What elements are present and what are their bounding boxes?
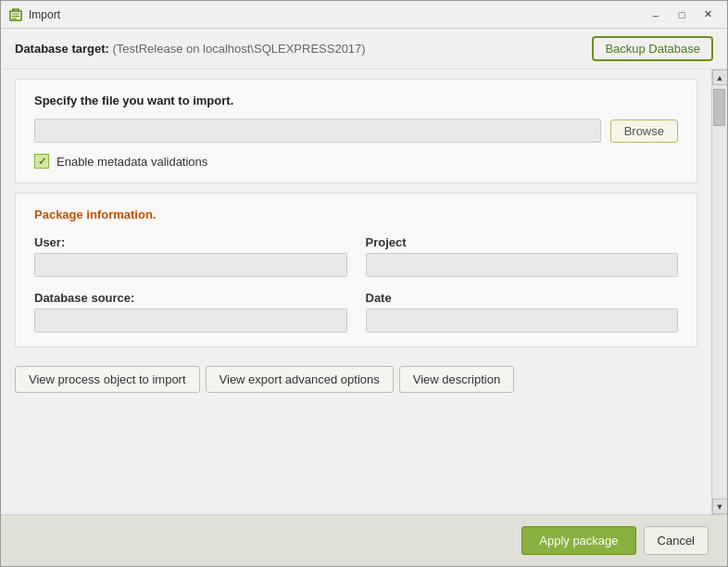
db-source-input[interactable]: [34, 309, 347, 333]
action-buttons-row: View process object to import View expor…: [15, 357, 697, 402]
close-button[interactable]: ✕: [696, 6, 720, 24]
file-row: Browse: [34, 119, 678, 143]
file-import-card: Specify the file you want to import. Bro…: [15, 79, 697, 183]
date-label: Date: [366, 291, 679, 305]
apply-package-button[interactable]: Apply package: [521, 526, 635, 555]
main-content: Specify the file you want to import. Bro…: [1, 69, 711, 514]
view-description-button[interactable]: View description: [399, 366, 514, 393]
scrollbar[interactable]: ▲ ▼: [711, 69, 727, 514]
db-source-field-group: Database source:: [34, 291, 347, 333]
project-field-group: Project: [366, 235, 679, 277]
window-controls: – □ ✕: [644, 6, 720, 24]
view-export-button[interactable]: View export advanced options: [206, 366, 394, 393]
window-title: Import: [29, 8, 644, 21]
metadata-checkbox[interactable]: [34, 154, 49, 169]
db-target-bar: Database target: (TestRelease on localho…: [1, 29, 727, 69]
package-info-card: Package information. User: Project Datab…: [15, 193, 697, 347]
cancel-button[interactable]: Cancel: [644, 526, 709, 555]
scrollbar-thumb[interactable]: [713, 89, 725, 126]
metadata-checkbox-row: Enable metadata validations: [34, 154, 678, 169]
view-process-button[interactable]: View process object to import: [15, 366, 200, 393]
package-info-grid: User: Project Database source: Date: [34, 235, 678, 333]
footer: Apply package Cancel: [1, 514, 727, 566]
project-input[interactable]: [366, 253, 679, 277]
browse-button[interactable]: Browse: [610, 120, 678, 143]
scroll-up-arrow[interactable]: ▲: [712, 69, 728, 85]
scroll-down-arrow[interactable]: ▼: [712, 498, 728, 514]
package-info-title: Package information.: [34, 208, 678, 221]
date-field-group: Date: [366, 291, 679, 333]
db-target-label: Database target: (TestRelease on localho…: [15, 42, 366, 56]
metadata-label: Enable metadata validations: [56, 155, 207, 169]
user-field-group: User:: [34, 235, 347, 277]
backup-database-button[interactable]: Backup Database: [592, 36, 713, 61]
window-icon: [8, 7, 23, 22]
file-import-title: Specify the file you want to import.: [34, 94, 678, 107]
date-input[interactable]: [366, 309, 679, 333]
title-bar: Import – □ ✕: [1, 1, 727, 29]
import-window: Import – □ ✕ Database target: (TestRelea…: [0, 0, 728, 567]
minimize-button[interactable]: –: [644, 6, 668, 24]
project-label: Project: [366, 235, 679, 249]
content-area: Specify the file you want to import. Bro…: [1, 69, 727, 514]
file-path-input[interactable]: [34, 119, 601, 143]
user-input[interactable]: [34, 253, 347, 277]
db-source-label: Database source:: [34, 291, 347, 305]
scrollbar-track[interactable]: [712, 85, 727, 498]
user-label: User:: [34, 235, 347, 249]
maximize-button[interactable]: □: [670, 6, 694, 24]
